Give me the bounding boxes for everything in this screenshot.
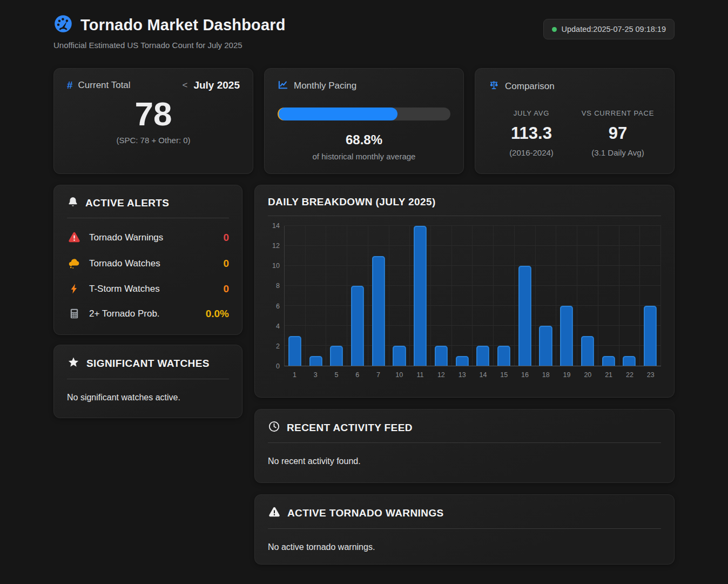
recent-activity-title: RECENT ACTIVITY FEED bbox=[287, 422, 413, 434]
chart-category-slot bbox=[494, 226, 515, 366]
y-tick-label: 0 bbox=[276, 363, 280, 370]
warning-triangle-icon bbox=[67, 231, 81, 244]
alert-value: 0 bbox=[223, 232, 229, 244]
lightning-bolt-icon bbox=[67, 283, 81, 295]
x-tick-label: 14 bbox=[473, 371, 494, 379]
bar-day-13 bbox=[456, 356, 469, 366]
chart-category-slot bbox=[431, 226, 452, 366]
right-column: DAILY BREAKDOWN (JULY 2025) 02468101214 … bbox=[254, 185, 675, 565]
bar-day-20 bbox=[581, 336, 594, 366]
bar-day-3 bbox=[309, 356, 322, 366]
calculator-icon bbox=[67, 307, 81, 320]
scales-icon bbox=[488, 79, 500, 93]
current-pace-value: 97 bbox=[575, 124, 661, 143]
bar-day-15 bbox=[497, 346, 510, 366]
x-tick-label: 11 bbox=[410, 371, 431, 379]
current-total-caption: (SPC: 78 + Other: 0) bbox=[67, 136, 240, 145]
y-tick-label: 4 bbox=[276, 323, 280, 330]
chart-category-slot bbox=[326, 226, 347, 366]
bar-day-21 bbox=[602, 356, 615, 366]
chart-line-icon bbox=[278, 79, 288, 92]
stats-row: # Current Total < July 2025 78 (SPC: 78 … bbox=[53, 68, 675, 174]
chart-category-slot bbox=[389, 226, 410, 366]
current-total-card: # Current Total < July 2025 78 (SPC: 78 … bbox=[53, 68, 253, 174]
bar-day-7 bbox=[372, 256, 385, 366]
divider bbox=[67, 218, 229, 218]
alert-value: 0 bbox=[223, 283, 229, 295]
bar-day-23 bbox=[644, 306, 657, 366]
chart-category-slot bbox=[306, 226, 327, 366]
active-warnings-card: ACTIVE TORNADO WARNINGS No active tornad… bbox=[254, 494, 675, 565]
star-icon bbox=[67, 356, 80, 371]
status-dot-icon bbox=[552, 27, 557, 32]
active-alerts-title: ACTIVE ALERTS bbox=[85, 197, 169, 209]
pacing-percent: 68.8% bbox=[278, 132, 450, 147]
chart-y-axis: 02468101214 bbox=[268, 226, 284, 366]
chart-x-axis: 1356710111213141516181920212223 bbox=[284, 371, 661, 379]
daily-breakdown-chart[interactable]: 02468101214 1356710111213141516181920212… bbox=[268, 226, 661, 379]
monthly-pacing-label: Monthly Pacing bbox=[294, 80, 356, 91]
july-avg-value: 113.3 bbox=[488, 124, 575, 143]
x-tick-label: 7 bbox=[368, 371, 389, 379]
chart-category-slot bbox=[598, 226, 619, 366]
bar-day-14 bbox=[476, 346, 489, 366]
bar-day-5 bbox=[330, 346, 343, 366]
comparison-card: Comparison JULY AVG 113.3 (2016-2024) VS… bbox=[475, 68, 675, 174]
prev-month-button[interactable]: < bbox=[182, 80, 187, 91]
chart-category-slot bbox=[368, 226, 389, 366]
comparison-right: VS CURRENT PACE 97 (3.1 Daily Avg) bbox=[575, 109, 661, 157]
chart-category-slot bbox=[619, 226, 641, 366]
x-tick-label: 19 bbox=[556, 371, 577, 379]
recent-activity-empty: No recent activity found. bbox=[268, 457, 661, 466]
y-tick-label: 8 bbox=[276, 282, 280, 290]
bar-day-22 bbox=[623, 356, 636, 366]
left-column: ACTIVE ALERTS Tornado Warnings 0 bbox=[53, 185, 242, 418]
header: Tornado Market Dashboard Unofficial Esti… bbox=[53, 14, 675, 50]
x-tick-label: 23 bbox=[640, 371, 661, 379]
alert-row-tornado-prob: 2+ Tornado Prob. 0.0% bbox=[67, 307, 229, 320]
alert-value: 0.0% bbox=[206, 308, 229, 320]
july-avg-label: JULY AVG bbox=[488, 109, 575, 117]
daily-breakdown-title: DAILY BREAKDOWN (JULY 2025) bbox=[268, 196, 436, 208]
current-total-label: Current Total bbox=[78, 80, 131, 91]
significant-watches-card: SIGNIFICANT WATCHES No significant watch… bbox=[53, 345, 242, 418]
july-avg-caption: (2016-2024) bbox=[488, 148, 575, 157]
x-tick-label: 6 bbox=[347, 371, 368, 379]
bar-day-16 bbox=[518, 266, 531, 366]
bar-day-1 bbox=[288, 336, 301, 366]
alert-value: 0 bbox=[223, 258, 229, 270]
alert-label: T-Storm Watches bbox=[89, 284, 215, 294]
bar-day-10 bbox=[393, 346, 406, 366]
chart-category-slot bbox=[347, 226, 368, 366]
current-pace-caption: (3.1 Daily Avg) bbox=[575, 148, 661, 157]
chart-category-slot bbox=[473, 226, 494, 366]
current-total-value: 78 bbox=[67, 96, 240, 132]
chart-category-slot bbox=[640, 226, 661, 366]
y-tick-label: 2 bbox=[276, 343, 280, 350]
monthly-pacing-card: Monthly Pacing 68.8% of historical month… bbox=[264, 68, 464, 174]
header-left: Tornado Market Dashboard Unofficial Esti… bbox=[53, 14, 286, 50]
bar-day-19 bbox=[560, 306, 573, 366]
alert-label: Tornado Watches bbox=[89, 258, 215, 269]
alert-label: Tornado Warnings bbox=[89, 232, 215, 243]
page-title: Tornado Market Dashboard bbox=[80, 16, 286, 34]
divider bbox=[67, 379, 229, 379]
updated-badge: Updated:2025-07-25 09:18:19 bbox=[543, 19, 675, 39]
bar-day-12 bbox=[435, 346, 448, 366]
x-tick-label: 5 bbox=[326, 371, 347, 379]
chart-category-slot bbox=[515, 226, 536, 366]
significant-watches-empty: No significant watches active. bbox=[67, 393, 229, 402]
x-tick-label: 21 bbox=[598, 371, 619, 379]
daily-breakdown-card: DAILY BREAKDOWN (JULY 2025) 02468101214 … bbox=[254, 185, 675, 398]
month-label: July 2025 bbox=[193, 79, 240, 91]
pacing-progress-track bbox=[278, 108, 450, 120]
y-tick-label: 12 bbox=[272, 242, 280, 250]
alert-label: 2+ Tornado Prob. bbox=[89, 308, 198, 319]
month-nav: < July 2025 bbox=[182, 79, 240, 91]
pacing-caption: of historical monthly average bbox=[278, 152, 450, 161]
x-tick-label: 15 bbox=[494, 371, 515, 379]
chart-plot bbox=[284, 226, 661, 366]
hash-icon: # bbox=[67, 79, 73, 91]
page-subtitle: Unofficial Estimated US Tornado Count fo… bbox=[53, 41, 286, 50]
comparison-left: JULY AVG 113.3 (2016-2024) bbox=[488, 109, 575, 157]
